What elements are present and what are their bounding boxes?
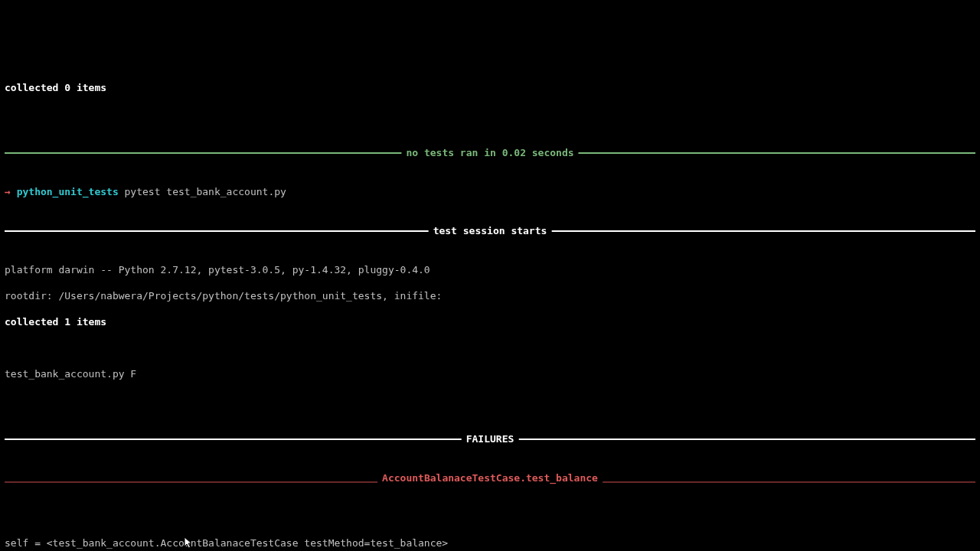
no-tests-label: no tests ran in 0.02 seconds [401, 146, 578, 159]
collected-line: collected 0 items [5, 81, 975, 94]
failure-title: AccountBalanaceTestCase.test_balance [377, 471, 603, 484]
separator-failure-title: AccountBalanaceTestCase.test_balance [5, 471, 975, 484]
failures-label: FAILURES [462, 432, 519, 445]
terminal-output[interactable]: collected 0 items no tests ran in 0.02 s… [5, 55, 975, 551]
platform-line-1: platform darwin -- Python 2.7.12, pytest… [5, 263, 975, 276]
prompt-cmd: pytest test_bank_account.py [119, 186, 286, 197]
prompt-arrow-icon: → [5, 186, 17, 197]
self-line: self = <test_bank_account.AccountBalanac… [5, 536, 975, 549]
prompt-line-1: → python_unit_tests pytest test_bank_acc… [5, 185, 975, 198]
separator-no-tests: no tests ran in 0.02 seconds [5, 146, 975, 159]
rootdir-line-1: rootdir: /Users/nabwera/Projects/python/… [5, 289, 975, 302]
prompt-dir: python_unit_tests [17, 186, 119, 197]
separator-session-start-1: test session starts [5, 224, 975, 237]
session-start-label: test session starts [429, 224, 552, 237]
separator-failures: FAILURES [5, 432, 975, 445]
result-line-1: test_bank_account.py F [5, 367, 975, 380]
collected-line-1: collected 1 items [5, 315, 975, 328]
